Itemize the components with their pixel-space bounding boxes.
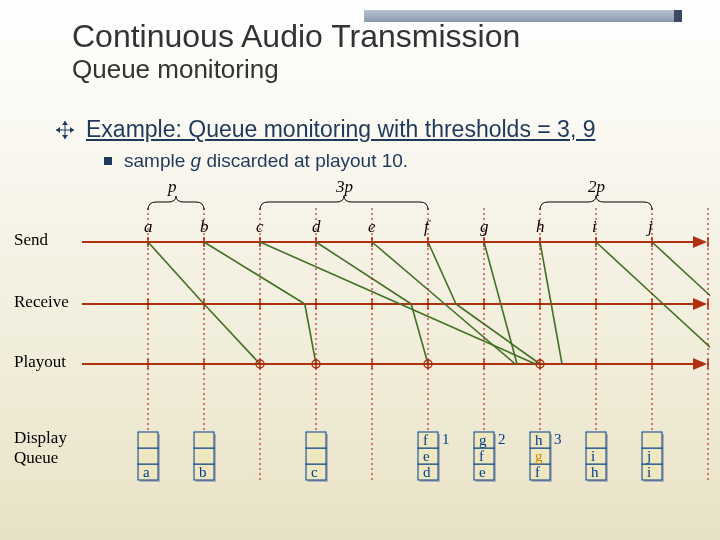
svg-text:c: c	[311, 464, 318, 480]
svg-text:d: d	[423, 464, 431, 480]
timeline-diagram: Send Receive Playout Display Queue p3	[10, 180, 710, 520]
svg-text:h: h	[535, 432, 543, 448]
square-bullet-icon	[104, 157, 112, 165]
slide-root: Continuous Audio Transmission Queue moni…	[0, 0, 720, 540]
bullet-text: Example: Queue monitoring with threshold…	[86, 116, 595, 143]
svg-text:i: i	[647, 464, 651, 480]
svg-line-43	[372, 242, 445, 304]
svg-text:e: e	[479, 464, 486, 480]
svg-text:c: c	[256, 217, 264, 236]
svg-text:i: i	[591, 448, 595, 464]
svg-text:2: 2	[498, 431, 506, 447]
svg-line-56	[551, 304, 562, 364]
svg-text:i: i	[592, 217, 597, 236]
svg-text:f: f	[423, 432, 428, 448]
svg-text:j: j	[646, 217, 653, 236]
svg-text:g: g	[535, 448, 543, 464]
svg-text:3p: 3p	[335, 180, 353, 196]
svg-text:g: g	[480, 217, 489, 236]
svg-rect-118	[642, 432, 662, 448]
arrow-cross-icon	[54, 119, 76, 141]
svg-text:e: e	[368, 217, 376, 236]
svg-line-49	[204, 304, 260, 364]
svg-text:f: f	[424, 217, 431, 236]
svg-rect-93	[194, 448, 214, 464]
svg-line-40	[204, 242, 305, 304]
svg-rect-97	[306, 448, 326, 464]
svg-text:p: p	[167, 180, 177, 196]
svg-text:e: e	[423, 448, 430, 464]
svg-rect-114	[586, 432, 606, 448]
svg-rect-94	[194, 432, 214, 448]
svg-line-57	[663, 304, 710, 364]
subbullet-text: sample g discarded at playout 10.	[124, 150, 408, 172]
svg-rect-98	[306, 432, 326, 448]
svg-line-47	[596, 242, 663, 304]
subbullet-pre: sample	[124, 150, 191, 171]
svg-rect-117	[642, 448, 662, 464]
bullet-main: Example: Queue monitoring with threshold…	[54, 116, 595, 143]
svg-text:2p: 2p	[588, 180, 605, 196]
svg-line-44	[428, 242, 456, 304]
subbullet-post: discarded at playout 10.	[201, 150, 408, 171]
svg-text:a: a	[144, 217, 153, 236]
svg-line-45	[484, 242, 501, 304]
slide-title: Continuous Audio Transmission	[72, 18, 520, 55]
svg-text:f: f	[535, 464, 540, 480]
timeline-svg: p3p2p abcdefghij abcdefefgfghhiij 123	[10, 180, 710, 520]
svg-text:b: b	[200, 217, 209, 236]
svg-marker-3	[56, 127, 60, 133]
svg-marker-2	[70, 127, 74, 133]
svg-line-46	[540, 242, 551, 304]
svg-text:1: 1	[442, 431, 450, 447]
svg-text:h: h	[591, 464, 599, 480]
svg-line-39	[148, 242, 204, 304]
svg-text:d: d	[312, 217, 321, 236]
svg-marker-4	[62, 121, 68, 125]
svg-rect-90	[138, 432, 158, 448]
svg-rect-108	[530, 464, 550, 480]
svg-text:a: a	[143, 464, 150, 480]
svg-line-48	[652, 242, 710, 304]
slide-subtitle: Queue monitoring	[72, 54, 279, 85]
svg-rect-89	[138, 448, 158, 464]
subbullet: sample g discarded at playout 10.	[104, 150, 408, 172]
svg-line-53	[445, 304, 515, 364]
svg-text:f: f	[479, 448, 484, 464]
svg-line-50	[305, 304, 316, 364]
svg-rect-105	[474, 448, 494, 464]
svg-text:b: b	[199, 464, 207, 480]
svg-text:j: j	[646, 448, 651, 464]
svg-text:g: g	[479, 432, 487, 448]
svg-text:h: h	[536, 217, 545, 236]
svg-line-55	[501, 304, 517, 364]
svg-rect-113	[586, 448, 606, 464]
subbullet-em: g	[191, 150, 202, 171]
svg-marker-5	[62, 135, 68, 139]
svg-rect-116	[642, 464, 662, 480]
svg-rect-102	[418, 432, 438, 448]
svg-text:3: 3	[554, 431, 562, 447]
